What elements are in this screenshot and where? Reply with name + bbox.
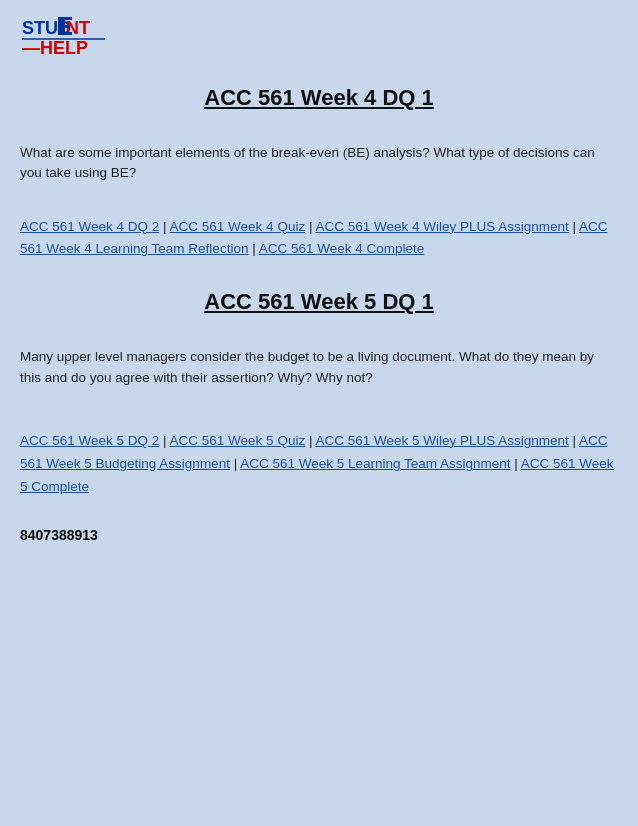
week4-link-complete[interactable]: ACC 561 Week 4 Complete (259, 241, 425, 256)
week5-link-dq2[interactable]: ACC 561 Week 5 DQ 2 (20, 433, 159, 448)
week4-links: ACC 561 Week 4 DQ 2 | ACC 561 Week 4 Qui… (20, 216, 618, 262)
week4-spacer-top (20, 133, 618, 143)
svg-rect-4 (58, 25, 69, 28)
week4-link-quiz[interactable]: ACC 561 Week 4 Quiz (170, 219, 306, 234)
week5-links: ACC 561 Week 5 DQ 2 | ACC 561 Week 5 Qui… (20, 430, 618, 499)
logo-area: STUD NT ―HELP (20, 12, 618, 67)
week4-link-dq2[interactable]: ACC 561 Week 4 DQ 2 (20, 219, 159, 234)
svg-rect-3 (58, 17, 72, 20)
week5-link-wiley[interactable]: ACC 561 Week 5 Wiley PLUS Assignment (315, 433, 568, 448)
phone-number: 8407388913 (20, 527, 618, 543)
week4-body: What are some important elements of the … (20, 143, 618, 184)
page-container: STUD NT ―HELP ACC 561 Week 4 DQ 1 What a… (0, 0, 638, 826)
logo-graphic: STUD NT ―HELP (20, 12, 110, 67)
week5-title: ACC 561 Week 5 DQ 1 (20, 289, 618, 315)
svg-text:―HELP: ―HELP (22, 38, 88, 58)
svg-rect-5 (58, 32, 72, 35)
week5-spacer-top (20, 337, 618, 347)
week4-link-wiley[interactable]: ACC 561 Week 4 Wiley PLUS Assignment (315, 219, 568, 234)
week4-title: ACC 561 Week 4 DQ 1 (20, 85, 618, 111)
week5-body: Many upper level managers consider the b… (20, 347, 618, 388)
week4-spacer-mid (20, 206, 618, 216)
week5-link-quiz[interactable]: ACC 561 Week 5 Quiz (170, 433, 306, 448)
week5-link-learning-team[interactable]: ACC 561 Week 5 Learning Team Assignment (240, 456, 510, 471)
week5-spacer-mid (20, 410, 618, 420)
week5-spacer-mid2 (20, 420, 618, 430)
